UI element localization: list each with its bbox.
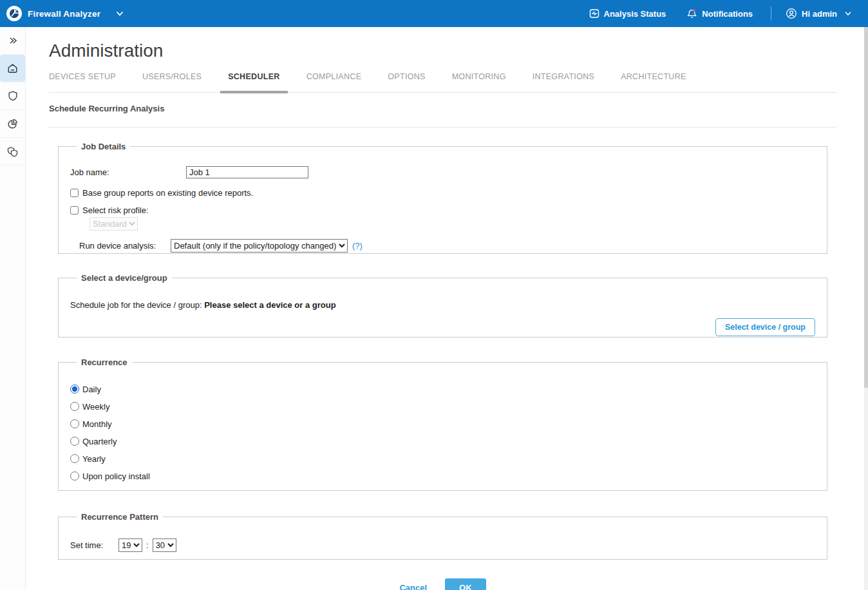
pie-chart-icon [6,118,19,130]
topbar-right: Analysis Status Notifications [589,6,853,21]
job-details-fieldset: Job Details Job name: Base group reports… [58,142,827,254]
recurrence-monthly-radio[interactable] [70,419,79,428]
recurrence-upon-policy-install-radio[interactable] [70,471,79,481]
device-group-fieldset: Select a device/group Schedule job for t… [58,273,827,338]
risk-profile-row: Select risk profile: [70,205,815,215]
section-divider [49,127,836,128]
set-time-row: Set time: 19 : 30 [70,538,815,552]
recurrence-legend: Recurrence [77,357,132,367]
select-device-group-button[interactable]: Select device / group [715,318,815,336]
tab-compliance[interactable]: COMPLIANCE [307,72,362,92]
recurrence-fieldset: Recurrence Daily Weekly Monthly Quarterl… [58,357,827,491]
recurrence-pattern-fieldset: Recurrence Pattern Set time: 19 : 30 [58,512,827,560]
notifications-bell-icon [686,8,697,19]
analysis-status-label: Analysis Status [604,9,666,19]
sidebar-item-security[interactable] [0,82,25,110]
job-name-row: Job name: [70,166,815,178]
sidebar-item-home[interactable] [0,55,25,82]
run-device-analysis-help-link[interactable]: (?) [352,241,363,251]
time-separator: : [146,540,149,550]
recurrence-quarterly-radio[interactable] [70,437,79,446]
recurrence-option-upon-policy-install: Upon policy install [70,471,815,481]
base-group-reports-checkbox[interactable] [70,189,79,197]
recurrence-daily-label: Daily [82,385,101,394]
device-group-line: Schedule job for the device / group: Ple… [70,300,815,310]
base-group-reports-row: Base group reports on existing device re… [70,188,815,198]
sidebar-item-policies[interactable] [0,138,25,166]
job-details-legend: Job Details [77,142,130,151]
tab-architecture[interactable]: ARCHITECTURE [621,72,686,92]
left-sidebar [0,27,26,590]
ok-button[interactable]: OK [445,578,486,590]
recurrence-pattern-legend: Recurrence Pattern [77,512,163,522]
tab-bar: DEVICES SETUP USERS/ROLES SCHEDULER COMP… [49,72,836,93]
risk-profile-label: Select risk profile: [82,205,149,215]
user-menu-chevron-down-icon [844,9,853,18]
double-chevron-right-icon [7,35,19,46]
device-group-legend: Select a device/group [77,273,172,283]
brand: Firewall Analyzer [6,6,125,21]
tab-devices-setup[interactable]: DEVICES SETUP [49,72,116,92]
risk-profile-checkbox[interactable] [70,206,79,214]
set-time-label: Set time: [70,540,118,550]
sidebar-item-reports[interactable] [0,110,25,138]
device-group-value: Please select a device or a group [204,300,336,310]
shield-icon [7,90,19,102]
job-name-label: Job name: [70,167,186,177]
form-footer: Cancel OK [49,578,836,590]
recurrence-daily-radio[interactable] [70,385,79,394]
analysis-status-button[interactable]: Analysis Status [589,8,666,19]
recurrence-option-weekly: Weekly [70,401,815,412]
recurrence-quarterly-label: Quarterly [82,437,117,446]
risk-profile-select[interactable]: Standard [90,217,138,231]
recurrence-yearly-radio[interactable] [70,454,79,463]
page-title: Administration [49,41,836,61]
recurrence-weekly-label: Weekly [82,402,109,412]
run-device-analysis-row: Run device analysis: Default (only if th… [70,239,815,252]
risk-profile-select-row: Standard [70,215,815,231]
firewall-analyzer-logo-icon [6,6,22,21]
scrollbar-thumb[interactable] [864,27,868,388]
notifications-label: Notifications [702,9,753,19]
product-name: Firewall Analyzer [28,9,100,19]
cancel-button[interactable]: Cancel [399,583,427,590]
tab-users-roles[interactable]: USERS/ROLES [142,72,202,92]
run-device-analysis-label: Run device analysis: [79,241,171,251]
vertical-scrollbar[interactable] [864,27,868,590]
hour-select[interactable]: 19 [118,538,142,552]
recurrence-option-quarterly: Quarterly [70,436,815,446]
top-bar: Firewall Analyzer Analysis Status [0,0,868,27]
user-avatar-icon [786,8,797,19]
analysis-status-icon [589,8,599,19]
run-device-analysis-select[interactable]: Default (only if the policy/topology cha… [171,239,348,252]
section-title: Schedule Recurring Analysis [49,104,836,113]
recurrence-option-monthly: Monthly [70,419,815,429]
recurrence-yearly-label: Yearly [82,454,106,464]
tab-monitoring[interactable]: MONITORING [452,72,506,92]
user-menu[interactable]: Hi admin [786,8,853,19]
base-group-reports-label: Base group reports on existing device re… [82,188,253,198]
notifications-button[interactable]: Notifications [686,8,753,19]
recurrence-weekly-radio[interactable] [70,402,79,411]
minute-select[interactable]: 30 [153,538,176,552]
main-content: Administration DEVICES SETUP USERS/ROLES… [26,27,864,590]
user-greeting: Hi admin [802,9,837,19]
recurrence-option-daily: Daily [70,384,815,394]
device-group-label: Schedule job for the device / group: [70,300,202,310]
recurrence-upon-policy-install-label: Upon policy install [82,471,150,481]
tab-options[interactable]: OPTIONS [388,72,425,92]
tab-integrations[interactable]: INTEGRATIONS [533,72,594,92]
topbar-divider [771,6,771,21]
job-name-input[interactable] [186,166,308,178]
double-shield-icon [6,146,19,158]
sidebar-expand-button[interactable] [0,27,25,55]
tab-scheduler[interactable]: SCHEDULER [228,72,279,92]
recurrence-option-yearly: Yearly [70,453,815,464]
product-switcher-chevron-down-icon[interactable] [115,8,125,19]
recurrence-monthly-label: Monthly [82,419,112,429]
home-icon [6,62,19,75]
device-group-button-row: Select device / group [70,318,815,336]
